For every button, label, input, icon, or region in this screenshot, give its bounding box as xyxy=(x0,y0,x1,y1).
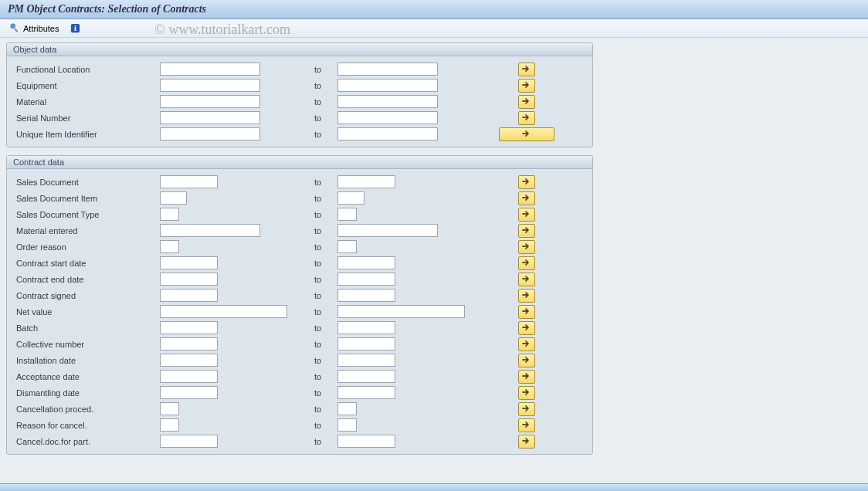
from-input[interactable] xyxy=(160,240,179,253)
to-input[interactable] xyxy=(337,95,438,108)
multiple-selection-button[interactable] xyxy=(518,208,535,222)
multiple-selection-button[interactable] xyxy=(518,386,535,400)
to-input[interactable] xyxy=(337,370,395,383)
from-input[interactable] xyxy=(160,370,218,383)
to-input[interactable] xyxy=(337,386,395,399)
multiple-selection-button[interactable] xyxy=(518,175,535,189)
multiple-selection-button[interactable] xyxy=(518,240,535,254)
to-input[interactable] xyxy=(337,208,357,221)
from-input[interactable] xyxy=(160,321,218,334)
multiple-selection-button[interactable] xyxy=(499,127,554,141)
field-label: Functional Location xyxy=(13,65,160,74)
to-input[interactable] xyxy=(337,337,395,350)
info-button[interactable]: i xyxy=(66,22,84,35)
to-input[interactable] xyxy=(337,321,395,334)
page-title: PM Object Contracts: Selection of Contra… xyxy=(0,0,868,19)
arrow-right-icon xyxy=(522,65,531,74)
arrow-right-icon xyxy=(522,178,531,187)
multi-select-cell xyxy=(492,191,561,205)
from-input[interactable] xyxy=(160,208,179,221)
to-input[interactable] xyxy=(337,273,395,286)
selection-row: Functional Location to xyxy=(7,61,592,77)
field-label: Net value xyxy=(13,307,160,317)
arrow-right-icon xyxy=(522,421,531,430)
from-input[interactable] xyxy=(160,95,260,108)
group-header: Object data xyxy=(7,43,592,56)
selection-row: Contract end date to xyxy=(7,271,592,287)
to-input[interactable] xyxy=(337,63,438,76)
multiple-selection-button[interactable] xyxy=(518,95,535,109)
to-input[interactable] xyxy=(337,224,438,237)
application-toolbar: Attributes i xyxy=(0,19,868,38)
multiple-selection-button[interactable] xyxy=(518,111,535,125)
from-input[interactable] xyxy=(160,337,218,350)
attributes-button[interactable]: Attributes xyxy=(6,22,62,35)
arrow-right-icon xyxy=(522,210,531,219)
to-input[interactable] xyxy=(337,256,395,269)
arrow-right-icon xyxy=(522,372,531,381)
multiple-selection-button[interactable] xyxy=(518,79,535,93)
selection-row: Serial Number to xyxy=(7,110,592,126)
multiple-selection-button[interactable] xyxy=(518,305,535,319)
multiple-selection-button[interactable] xyxy=(518,273,535,286)
from-input[interactable] xyxy=(160,386,218,399)
to-input[interactable] xyxy=(337,305,465,318)
from-input[interactable] xyxy=(160,79,260,92)
from-input[interactable] xyxy=(160,111,260,124)
from-input[interactable] xyxy=(160,289,218,302)
from-input[interactable] xyxy=(160,127,260,141)
to-input[interactable] xyxy=(337,79,438,92)
multi-select-cell xyxy=(492,208,561,222)
group-object: Object data Functional Location to Equip… xyxy=(6,42,593,147)
to-input[interactable] xyxy=(337,435,395,448)
to-label: to xyxy=(314,81,337,90)
multiple-selection-button[interactable] xyxy=(518,289,535,303)
from-input[interactable] xyxy=(160,305,287,318)
from-input[interactable] xyxy=(160,435,218,448)
multiple-selection-button[interactable] xyxy=(518,418,535,432)
to-input[interactable] xyxy=(337,289,395,302)
to-input[interactable] xyxy=(337,354,395,367)
field-label: Collective number xyxy=(13,340,160,349)
to-input[interactable] xyxy=(337,240,357,253)
multi-select-cell xyxy=(492,418,561,432)
arrow-right-icon xyxy=(522,259,531,268)
arrow-right-icon xyxy=(522,226,531,235)
multiple-selection-button[interactable] xyxy=(518,256,535,270)
multi-select-cell xyxy=(492,175,561,189)
multiple-selection-button[interactable] xyxy=(518,435,535,449)
to-label: to xyxy=(314,194,337,203)
from-input[interactable] xyxy=(160,224,260,237)
multi-select-cell xyxy=(492,273,561,286)
from-input[interactable] xyxy=(160,63,260,76)
to-input[interactable] xyxy=(337,111,438,124)
from-input[interactable] xyxy=(160,256,218,269)
multi-select-cell xyxy=(492,63,561,76)
field-label: Unique Item Identifier xyxy=(13,130,160,139)
from-input[interactable] xyxy=(160,175,218,188)
to-input[interactable] xyxy=(337,402,357,415)
multiple-selection-button[interactable] xyxy=(518,354,535,367)
multiple-selection-button[interactable] xyxy=(518,63,535,76)
to-input[interactable] xyxy=(337,191,364,205)
from-input[interactable] xyxy=(160,354,218,367)
from-input[interactable] xyxy=(160,402,179,415)
multiple-selection-button[interactable] xyxy=(518,370,535,384)
from-input[interactable] xyxy=(160,191,187,205)
attributes-label: Attributes xyxy=(23,24,59,33)
to-input[interactable] xyxy=(337,418,357,432)
from-input[interactable] xyxy=(160,273,218,286)
to-label: to xyxy=(314,226,337,235)
multi-select-cell xyxy=(492,127,561,141)
selection-row: Dismantling date to xyxy=(7,384,592,401)
multiple-selection-button[interactable] xyxy=(518,337,535,351)
multiple-selection-button[interactable] xyxy=(518,321,535,335)
to-label: to xyxy=(314,323,337,333)
to-input[interactable] xyxy=(337,127,438,141)
from-input[interactable] xyxy=(160,418,179,432)
to-input[interactable] xyxy=(337,175,395,188)
field-label: Material entered xyxy=(13,226,160,235)
multiple-selection-button[interactable] xyxy=(518,402,535,416)
multiple-selection-button[interactable] xyxy=(518,191,535,205)
multiple-selection-button[interactable] xyxy=(518,224,535,238)
